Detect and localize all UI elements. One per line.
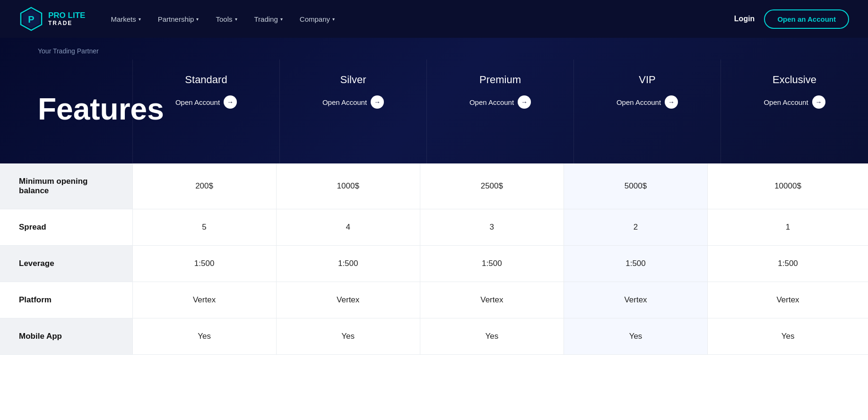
feature-value-cell: 1:500	[708, 246, 868, 282]
nav-right: Login Open an Account	[734, 9, 849, 29]
table-row: PlatformVertexVertexVertexVertexVertex	[0, 282, 868, 318]
svg-text:P: P	[28, 14, 34, 25]
feature-value-cell: 1:500	[564, 246, 707, 282]
comparison-table-wrapper: Minimum opening balance200$1000$2500$500…	[0, 163, 868, 355]
account-types-grid: Standard Open Account → Silver Open Acco…	[132, 60, 868, 163]
chevron-down-icon: ▾	[235, 17, 237, 22]
feature-name-cell: Minimum opening balance	[0, 163, 132, 209]
feature-value-cell: 3	[420, 209, 564, 246]
chevron-down-icon: ▾	[196, 17, 199, 22]
table-row: Spread54321	[0, 209, 868, 246]
feature-value-cell: 5000$	[564, 163, 707, 209]
logo[interactable]: P PRO LITE TRADE	[19, 7, 85, 31]
feature-value-cell: 1000$	[276, 163, 420, 209]
feature-value-cell: Yes	[132, 318, 276, 355]
feature-name-cell: Mobile App	[0, 318, 132, 355]
features-title-col: Features	[0, 60, 132, 163]
feature-value-cell: Vertex	[708, 282, 868, 318]
feature-value-cell: Yes	[708, 318, 868, 355]
arrow-right-icon: →	[224, 95, 237, 109]
open-account-standard[interactable]: Open Account →	[175, 94, 237, 111]
feature-name-cell: Spread	[0, 209, 132, 246]
chevron-down-icon: ▾	[280, 17, 283, 22]
account-type-exclusive: Exclusive Open Account →	[721, 60, 868, 163]
features-header: Your Trading Partner Features Standard O…	[0, 38, 868, 163]
comparison-table: Minimum opening balance200$1000$2500$500…	[0, 163, 868, 355]
arrow-right-icon: →	[371, 95, 384, 109]
table-row: Mobile AppYesYesYesYesYes	[0, 318, 868, 355]
feature-value-cell: 200$	[132, 163, 276, 209]
features-content: Features Standard Open Account → Silver …	[0, 60, 868, 163]
table-row: Leverage1:5001:5001:5001:5001:500	[0, 246, 868, 282]
navbar: P PRO LITE TRADE Markets ▾ Partnership ▾…	[0, 0, 868, 38]
nav-item-company[interactable]: Company ▾	[293, 11, 341, 27]
open-account-premium[interactable]: Open Account →	[469, 94, 531, 111]
login-button[interactable]: Login	[734, 15, 755, 23]
feature-value-cell: 1:500	[132, 246, 276, 282]
arrow-right-icon: →	[665, 95, 678, 109]
feature-value-cell: Vertex	[276, 282, 420, 318]
open-account-exclusive[interactable]: Open Account →	[764, 94, 825, 111]
logo-text: PRO LITE TRADE	[48, 11, 85, 26]
open-account-vip[interactable]: Open Account →	[616, 94, 678, 111]
nav-item-markets[interactable]: Markets ▾	[104, 11, 147, 27]
open-account-button[interactable]: Open an Account	[764, 9, 849, 29]
arrow-right-icon: →	[812, 95, 825, 109]
open-account-silver[interactable]: Open Account →	[322, 94, 384, 111]
account-type-vip: VIP Open Account →	[574, 60, 721, 163]
table-row: Minimum opening balance200$1000$2500$500…	[0, 163, 868, 209]
feature-value-cell: 1:500	[420, 246, 564, 282]
feature-value-cell: 2	[564, 209, 707, 246]
feature-value-cell: 1	[708, 209, 868, 246]
chevron-down-icon: ▾	[139, 17, 141, 22]
nav-item-partnership[interactable]: Partnership ▾	[151, 11, 206, 27]
nav-item-trading[interactable]: Trading ▾	[248, 11, 289, 27]
feature-value-cell: 5	[132, 209, 276, 246]
feature-value-cell: 4	[276, 209, 420, 246]
feature-name-cell: Platform	[0, 282, 132, 318]
trading-partner-text: Your Trading Partner	[0, 47, 868, 60]
account-type-premium: Premium Open Account →	[427, 60, 574, 163]
account-type-silver: Silver Open Account →	[280, 60, 427, 163]
feature-value-cell: Yes	[276, 318, 420, 355]
feature-value-cell: Vertex	[132, 282, 276, 318]
nav-links: Markets ▾ Partnership ▾ Tools ▾ Trading …	[104, 11, 734, 27]
feature-value-cell: 1:500	[276, 246, 420, 282]
feature-value-cell: Yes	[564, 318, 707, 355]
feature-value-cell: Vertex	[420, 282, 564, 318]
arrow-right-icon: →	[518, 95, 531, 109]
chevron-down-icon: ▾	[332, 17, 335, 22]
feature-value-cell: Yes	[420, 318, 564, 355]
logo-icon: P	[19, 7, 43, 31]
nav-item-tools[interactable]: Tools ▾	[209, 11, 243, 27]
feature-value-cell: 2500$	[420, 163, 564, 209]
account-type-standard: Standard Open Account →	[133, 60, 280, 163]
feature-name-cell: Leverage	[0, 246, 132, 282]
feature-value-cell: Vertex	[564, 282, 707, 318]
feature-value-cell: 10000$	[708, 163, 868, 209]
